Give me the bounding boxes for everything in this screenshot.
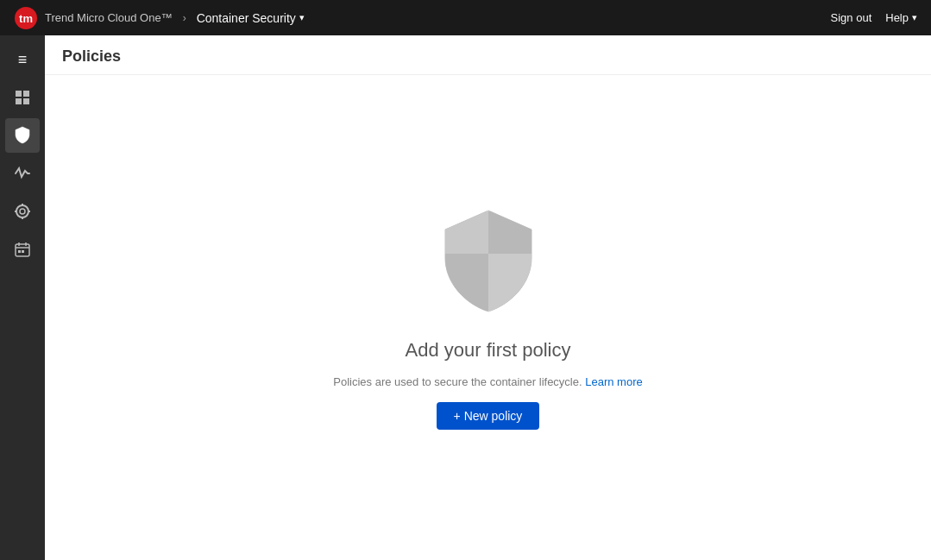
tm-logo: tm xyxy=(14,6,38,30)
svg-point-6 xyxy=(16,205,28,217)
topnav-product[interactable]: Container Security ▾ xyxy=(197,11,305,25)
svg-point-7 xyxy=(20,209,25,214)
help-dropdown-icon: ▾ xyxy=(912,12,917,23)
product-dropdown-icon: ▾ xyxy=(299,12,305,23)
new-policy-button[interactable]: + New policy xyxy=(437,402,540,430)
hamburger-icon: ≡ xyxy=(18,51,28,69)
svg-rect-4 xyxy=(16,98,22,104)
svg-rect-17 xyxy=(22,250,24,253)
svg-text:tm: tm xyxy=(19,12,33,25)
sidebar-item-activity[interactable] xyxy=(5,156,40,191)
content-area: Policies xyxy=(45,35,931,560)
content-header: Policies xyxy=(45,35,931,75)
signout-link[interactable]: Sign out xyxy=(831,11,872,24)
sidebar-item-dashboard[interactable] xyxy=(5,80,40,115)
svg-rect-2 xyxy=(16,91,22,97)
empty-state-icon xyxy=(437,206,540,318)
sidebar-item-calendar[interactable] xyxy=(5,232,40,267)
main-layout: ≡ xyxy=(0,35,931,560)
dashboard-icon xyxy=(14,89,31,106)
help-menu[interactable]: Help ▾ xyxy=(885,11,917,24)
calendar-icon xyxy=(14,241,31,258)
sidebar: ≡ xyxy=(0,35,45,560)
content-body: Add your first policy Policies are used … xyxy=(45,75,931,560)
empty-state-description: Policies are used to secure the containe… xyxy=(333,375,642,388)
empty-state-heading: Add your first policy xyxy=(406,339,571,362)
sidebar-item-settings[interactable] xyxy=(5,194,40,229)
policies-shield-icon xyxy=(14,126,31,145)
topnav-chevron: › xyxy=(183,12,186,24)
learn-more-link[interactable]: Learn more xyxy=(585,375,642,388)
sidebar-item-policies[interactable] xyxy=(5,118,40,153)
large-shield-icon xyxy=(437,206,540,318)
settings-icon xyxy=(14,203,31,220)
svg-rect-16 xyxy=(18,250,21,253)
topnav: tm Trend Micro Cloud One™ › Container Se… xyxy=(0,0,931,35)
page-title: Policies xyxy=(62,47,914,66)
activity-icon xyxy=(14,165,31,182)
sidebar-item-hamburger[interactable]: ≡ xyxy=(5,42,40,77)
svg-rect-5 xyxy=(23,98,29,104)
topnav-brand: Trend Micro Cloud One™ xyxy=(45,11,173,24)
svg-rect-3 xyxy=(23,91,29,97)
